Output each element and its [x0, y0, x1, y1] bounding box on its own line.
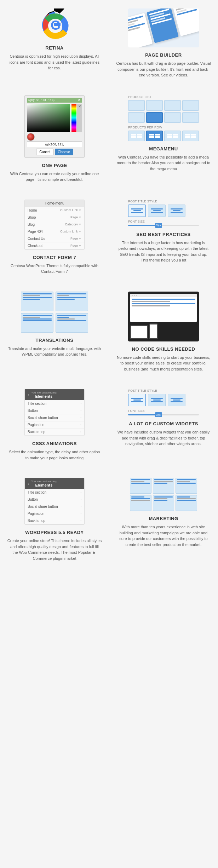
retina-image: G: [39, 8, 70, 40]
nav-type-shop: Page ▼: [70, 215, 81, 219]
translations-widget: [21, 292, 88, 333]
nc-devices: [130, 323, 197, 339]
wp55-header-text: You are customizing Elements: [31, 480, 57, 487]
cust-item-button[interactable]: Button ›: [25, 407, 84, 414]
mm-grid-item-1: [128, 100, 145, 111]
colorpicker-widget: rgb(106, 191, 119) ↺ ✕ rgb(106, 191, Can…: [24, 95, 85, 158]
custom-widgets-image: POST TITLE STYLE: [128, 389, 199, 416]
cust-chevron-5: ›: [80, 430, 81, 433]
seo-styles-grid: [128, 205, 199, 217]
custom-widgets-slider: POST TITLE STYLE: [128, 389, 199, 416]
product-list-label: PRODUCT LIST: [128, 95, 199, 99]
wp55-item-social[interactable]: Social share button ›: [25, 503, 84, 510]
mkt-item-3: [176, 478, 197, 494]
cust-item-back-to-top[interactable]: Back to top ›: [25, 429, 84, 436]
cust-chevron-4: ›: [80, 423, 81, 426]
retina-title: RETINA: [45, 45, 63, 51]
mm-grid-item-7: [164, 112, 181, 123]
no-code-desc: No more code skills needing to start up …: [116, 355, 211, 372]
mkt-item-6: [176, 495, 197, 511]
cw-slider-thumb: 30px: [155, 412, 162, 417]
nc-bar-3: [132, 303, 195, 304]
colorpicker-choose-button[interactable]: Choose: [55, 149, 73, 155]
contact-form-desc: Centosa WordPress Theme is fully compati…: [7, 263, 102, 275]
cust-elements-title: Elements: [31, 394, 57, 398]
marketing-cell: MARKETING With more than ten years exper…: [109, 469, 218, 570]
font-size-label: FONT SIZE: [128, 220, 199, 223]
cust-chevron-2: ›: [80, 409, 81, 412]
cust-item-social[interactable]: Social share button ›: [25, 414, 84, 421]
marketing-title: MARKETING: [149, 516, 178, 521]
nav-item-contact: Contact Us: [28, 237, 45, 241]
custom-widgets-desc: We have included custom widgets that you…: [116, 429, 211, 447]
marketing-desc: With more than ten years experience in w…: [116, 524, 211, 547]
cw-styles-grid: [128, 394, 199, 406]
nc-phone-inner: [150, 324, 157, 338]
cw-slider[interactable]: 30px: [128, 414, 199, 415]
megamenu-cell: PRODUCT LIST PRODUCTS PER ROW: [109, 87, 218, 191]
products-per-row-label: PRODUCTS PER ROW: [128, 126, 199, 129]
cust-chevron-1: ›: [80, 402, 81, 405]
nav-type-home: Custom Link ▼: [60, 208, 81, 212]
megamenu-image: PRODUCT LIST PRODUCTS PER ROW: [128, 95, 199, 141]
seo-title: SEO Best Practices: [136, 232, 190, 237]
wp55-item-button[interactable]: Button ›: [25, 496, 84, 503]
nav-item-home: Home: [28, 208, 37, 212]
customizer-widget-css3: ‹ You are customizing Elements Title sec…: [24, 389, 85, 436]
nav-row-page404: Page 404 Custom Link ▼: [25, 228, 84, 235]
mm-grid-item-8: [182, 112, 199, 123]
page-builder-cell: PAGE BUILDER Centosa has built with drag…: [109, 0, 218, 87]
seo-slider-thumb: 30px: [155, 223, 162, 228]
cust-subtitle: You are customizing: [31, 391, 57, 394]
colorpicker-cancel-button[interactable]: Cancel: [36, 149, 53, 155]
cp-refresh-icon: ↺: [78, 98, 81, 102]
wp55-chevron-5: ›: [80, 519, 81, 522]
css3-cell: ‹ You are customizing Elements Title sec…: [0, 380, 109, 469]
cust-header-text: You are customizing Elements: [31, 391, 57, 398]
wp55-chevron-3: ›: [80, 505, 81, 508]
cust-item-pagination[interactable]: Pagination ›: [25, 421, 84, 429]
custom-widgets-title: A LOT OF CUSTOM WIDGETS: [129, 421, 198, 426]
wp55-item-title[interactable]: Title section ›: [25, 489, 84, 496]
per-row-item-2-active: [146, 131, 163, 141]
seo-style-3: [168, 205, 185, 217]
nc-tablet-inner: [131, 326, 147, 338]
translations-title: TRANSLATIONS: [36, 338, 74, 343]
nc-phone: [149, 323, 158, 339]
cp-hex-value: rgb(106, 191,: [27, 142, 82, 147]
one-page-image: rgb(106, 191, 119) ↺ ✕ rgb(106, 191, Can…: [24, 95, 85, 158]
seo-slider-fill: [128, 225, 156, 226]
nc-dot-2: [134, 295, 135, 296]
nav-header: Home-menu: [25, 200, 84, 207]
seo-slider[interactable]: 30px: [128, 225, 199, 226]
cw-style-3: [168, 394, 185, 406]
page-builder-title: PAGE BUILDER: [145, 52, 182, 58]
wp55-item-back-to-top[interactable]: Back to top ›: [25, 517, 84, 524]
css3-image: ‹ You are customizing Elements Title sec…: [24, 389, 85, 436]
wp55-back-icon: ‹: [28, 481, 29, 486]
wp55-chevron-2: ›: [80, 498, 81, 501]
wp55-item-pagination[interactable]: Pagination ›: [25, 510, 84, 517]
css3-desc: Select the animation type, the delay and…: [7, 449, 102, 461]
nav-row-home: Home Custom Link ▼: [25, 207, 84, 214]
one-page-title: ONE PAGE: [42, 163, 67, 168]
nc-screen: [130, 294, 197, 322]
seo-style-1: [128, 205, 146, 217]
megamenu-desc: With Centosa you have the possibility to…: [116, 154, 211, 172]
mkt-item-5: [153, 495, 174, 511]
contact-form-cell: Home-menu Home Custom Link ▼ Shop Page ▼…: [0, 191, 109, 283]
wp55-title: WordPress 5.5 Ready: [25, 530, 84, 535]
css3-title: CSS3 ANIMATIONS: [32, 441, 77, 446]
megamenu-widget: PRODUCT LIST PRODUCTS PER ROW: [128, 95, 199, 141]
mkt-item-2: [153, 478, 174, 494]
mkt-item-1: [130, 478, 151, 494]
nav-row-blog: Blog Category ▼: [25, 221, 84, 228]
cust-item-title[interactable]: Title section ›: [25, 400, 84, 407]
mm-grid-item-5: [128, 112, 145, 123]
post-title-style-label: POST TITLE STYLE: [128, 200, 199, 203]
custom-widgets-cell: POST TITLE STYLE: [109, 380, 218, 469]
seo-widget: POST TITLE STYLE: [128, 200, 199, 227]
retina-cell: G RETINA Centosa is optimized for high r…: [0, 0, 109, 87]
nav-item-checkout: Checkout: [28, 244, 42, 248]
mkt-item-4: [130, 495, 151, 511]
